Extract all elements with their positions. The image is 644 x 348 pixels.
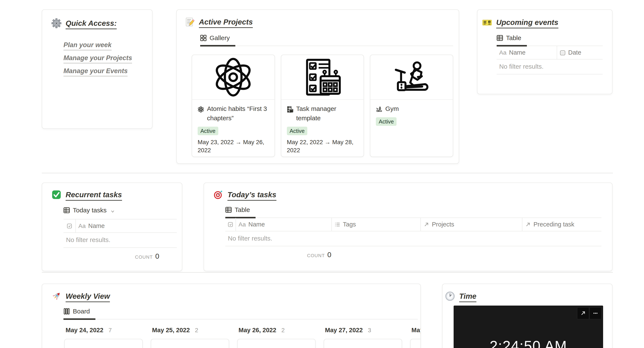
tab-gallery-label: Gallery [210, 34, 230, 42]
gallery-icon [200, 35, 206, 41]
table-icon [497, 35, 503, 41]
time-title[interactable]: Time [459, 291, 476, 302]
project-gallery: Atomic habits “First 3 chapters” Active … [192, 55, 453, 157]
ticket-icon: A [482, 18, 492, 27]
quick-access-section: Quick Access: Plan your week Manage your… [42, 9, 152, 129]
board-column-may-26: May 26, 2022 2 Morning routine [237, 327, 316, 348]
upcoming-events-title[interactable]: Upcoming events [496, 18, 558, 28]
board-column-may-25: May 25, 2022 2 Morning routine [151, 327, 229, 348]
recurrent-tasks-table: Aa Name No filter results. COUNT 0 [64, 219, 177, 260]
status-badge: Active [376, 117, 396, 126]
table-icon [64, 207, 70, 214]
active-projects-section: Active Projects Gallery [176, 9, 459, 164]
column-header-projects[interactable]: Projects [420, 218, 522, 231]
column-header-tags[interactable]: Tags [331, 218, 420, 231]
treadmill-cover-drawing [370, 55, 453, 100]
column-header-name[interactable]: Aa Name [497, 46, 557, 59]
tab-table[interactable]: Table [497, 34, 527, 47]
tab-board[interactable]: Board [64, 308, 96, 320]
empty-state-text: No filter results. [225, 231, 602, 246]
task-card-morning-routine[interactable]: Morning routine [64, 339, 143, 348]
section-divider [42, 173, 613, 173]
empty-state-text: No filter results. [64, 233, 177, 248]
relation-arrow-icon [423, 222, 429, 228]
clock-icon [445, 291, 455, 301]
status-badge: Active [287, 127, 308, 135]
link-plan-your-week[interactable]: Plan your week [64, 41, 112, 50]
time-section: Time 2:24:50 AM [442, 284, 612, 348]
board-column-may-28-clipped: May 28, 2022 Morning routine [410, 327, 421, 348]
task-card-morning-routine[interactable]: Morning routine [324, 339, 402, 348]
checkbox-icon [66, 223, 72, 229]
tab-divider [64, 319, 418, 319]
recurrent-tasks-title[interactable]: Recurrent tasks [66, 190, 122, 201]
column-header-date[interactable]: Date [557, 46, 603, 59]
tab-table[interactable]: Table [225, 206, 256, 218]
task-card-morning-routine[interactable]: Morning routine [151, 339, 229, 348]
count-calculation[interactable]: COUNT 0 [225, 251, 331, 259]
tab-board-label: Board [73, 308, 90, 315]
task-card-morning-routine[interactable]: Morning routine [410, 339, 421, 348]
column-header-name[interactable]: Aa Name [76, 219, 159, 232]
board-column-date: May 24, 2022 [66, 327, 103, 334]
relation-arrow-icon [525, 222, 531, 228]
check-mark-icon [52, 190, 61, 200]
todays-tasks-section: Today’s tasks Table [204, 183, 612, 271]
board-column-date: May 28, 2022 [412, 327, 421, 334]
text-property-icon: Aa [78, 223, 86, 229]
project-card-gym[interactable]: Gym Active [370, 55, 453, 157]
project-date-range: May 22, 2022 → May 28, 2022 [287, 138, 358, 154]
board-column-may-24: May 24, 2022 7 Morning routine [64, 327, 143, 348]
open-in-new-button[interactable] [577, 307, 589, 319]
project-title: Atomic habits “First 3 chapters” [207, 104, 269, 123]
treadmill-mini-icon [376, 106, 382, 112]
count-calculation[interactable]: COUNT 0 [64, 252, 159, 260]
column-header-checkbox[interactable] [225, 218, 236, 231]
view-switcher-today-tasks[interactable]: Today tasks [64, 207, 176, 214]
board-column-may-27: May 27, 2022 3 Morning routine [324, 327, 402, 348]
atom-mini-icon [198, 106, 204, 112]
atom-cover-drawing [192, 55, 274, 100]
upcoming-events-section: A Upcoming events Table Aa [477, 9, 612, 94]
column-header-preceding-task[interactable]: Preceding task [522, 218, 602, 231]
todays-tasks-title[interactable]: Today’s tasks [228, 190, 276, 201]
dart-target-icon [214, 190, 223, 200]
table-icon [225, 207, 232, 213]
tab-table-label: Table [235, 206, 250, 214]
link-manage-your-projects[interactable]: Manage your Projects [64, 54, 132, 63]
column-header-checkbox[interactable] [64, 219, 76, 232]
active-projects-title[interactable]: Active Projects [199, 17, 253, 28]
multi-select-list-icon [334, 222, 340, 228]
project-card-task-manager[interactable]: Task manager template Active May 22, 202… [281, 55, 364, 157]
project-title: Task manager template [296, 104, 358, 123]
board-columns: May 24, 2022 7 Morning routine [64, 327, 420, 348]
board-column-count: 2 [195, 327, 198, 334]
link-manage-your-events[interactable]: Manage your Events [64, 67, 128, 76]
calendar-icon [560, 50, 566, 56]
column-header-name[interactable]: Aa Name [236, 218, 331, 231]
board-column-date: May 25, 2022 [152, 327, 190, 334]
tab-gallery[interactable]: Gallery [200, 34, 235, 47]
board-column-count: 2 [281, 327, 285, 334]
task-card-morning-routine[interactable]: Morning routine [237, 339, 316, 348]
recurrent-tasks-section: Recurrent tasks Today tasks [42, 183, 182, 271]
text-property-icon: Aa [238, 221, 246, 228]
more-options-button[interactable] [590, 307, 602, 319]
clock-embed: 2:24:50 AM [454, 306, 603, 348]
quick-access-title[interactable]: Quick Access: [66, 18, 117, 29]
text-property-icon: Aa [499, 49, 506, 56]
memo-icon [185, 17, 195, 27]
tab-table-label: Table [506, 34, 521, 42]
board-column-count: 3 [368, 327, 371, 334]
status-badge: Active [198, 127, 218, 135]
project-date-range: May 23, 2022 → May 26, 2022 [198, 138, 269, 154]
weekly-view-title[interactable]: Weekly View [66, 291, 110, 302]
board-column-count: 7 [108, 327, 112, 334]
todays-tasks-table: Aa Name Tags [225, 218, 602, 259]
chevron-down-icon [110, 208, 115, 213]
gear-icon [52, 18, 61, 28]
checkbox-icon [228, 222, 234, 228]
events-table: Aa Name Date [497, 46, 603, 74]
board-column-date: May 27, 2022 [325, 327, 363, 334]
project-card-atomic-habits[interactable]: Atomic habits “First 3 chapters” Active … [192, 55, 275, 157]
